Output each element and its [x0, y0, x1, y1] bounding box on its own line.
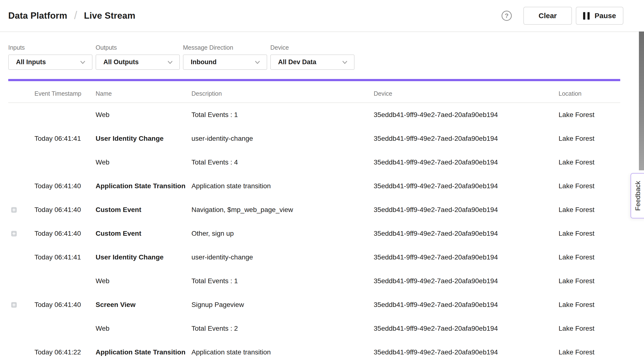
- table-row[interactable]: Today 06:41:22 Application State Transit…: [8, 340, 620, 360]
- outputs-dropdown-value: All Outputs: [103, 58, 138, 66]
- feedback-tab[interactable]: Feedback: [630, 173, 644, 218]
- event-timestamp: Today 06:41:22: [34, 348, 96, 356]
- event-device-id: 35eddb41-9ff9-49e2-7aed-20afa90eb194: [374, 348, 558, 356]
- vertical-scrollbar-thumb[interactable]: [639, 31, 644, 170]
- event-name: Screen View: [96, 301, 192, 309]
- event-name: User Identity Change: [96, 135, 192, 143]
- event-description: Total Events : 4: [192, 159, 374, 166]
- event-device-id: 35eddb41-9ff9-49e2-7aed-20afa90eb194: [374, 230, 558, 237]
- breadcrumb-section[interactable]: Data Platform: [8, 11, 67, 21]
- table-row[interactable]: Today 06:41:40 Custom Event Navigation, …: [8, 198, 620, 222]
- chevron-down-icon: [254, 59, 261, 66]
- table-row[interactable]: Today 06:41:41 User Identity Change user…: [8, 245, 620, 269]
- event-location: Lake Forest: [558, 135, 620, 143]
- event-location: Lake Forest: [558, 111, 620, 119]
- event-device-id: 35eddb41-9ff9-49e2-7aed-20afa90eb194: [374, 253, 558, 261]
- filter-label: Outputs: [96, 44, 180, 51]
- event-timestamp: Today 06:41:41: [34, 135, 96, 143]
- event-location: Lake Forest: [558, 277, 620, 285]
- table-body: Web Total Events : 1 35eddb41-9ff9-49e2-…: [8, 103, 620, 360]
- event-device-id: 35eddb41-9ff9-49e2-7aed-20afa90eb194: [374, 111, 558, 119]
- event-description: Total Events : 1: [192, 277, 374, 285]
- event-device-id: 35eddb41-9ff9-49e2-7aed-20afa90eb194: [374, 301, 558, 309]
- event-location: Lake Forest: [558, 325, 620, 332]
- event-timestamp: Today 06:41:41: [34, 253, 96, 261]
- table-row[interactable]: Today 06:41:40 Custom Event Other, sign …: [8, 222, 620, 245]
- column-event-timestamp: Event Timestamp: [34, 90, 96, 97]
- event-description: Application state transition: [192, 182, 374, 190]
- clear-button-label: Clear: [538, 12, 557, 20]
- chevron-down-icon: [342, 59, 348, 66]
- event-location: Lake Forest: [558, 230, 620, 237]
- event-location: Lake Forest: [558, 348, 620, 356]
- feedback-tab-label: Feedback: [634, 181, 642, 211]
- event-name: Application State Transition: [96, 348, 192, 356]
- message-direction-dropdown[interactable]: Inbound: [183, 54, 267, 70]
- event-location: Lake Forest: [558, 253, 620, 261]
- live-stream-table: Event Timestamp Name Description Device …: [8, 81, 620, 360]
- table-header-row: Event Timestamp Name Description Device …: [8, 81, 620, 103]
- expand-row-button[interactable]: [11, 302, 17, 308]
- event-device-id: 35eddb41-9ff9-49e2-7aed-20afa90eb194: [374, 325, 558, 332]
- event-name: Custom Event: [96, 230, 192, 237]
- filter-label: Inputs: [8, 44, 92, 51]
- accent-divider: [8, 79, 620, 81]
- event-description: Total Events : 1: [192, 111, 374, 119]
- filter-label: Device: [270, 44, 354, 51]
- column-description: Description: [192, 90, 374, 97]
- filter-label: Message Direction: [183, 44, 267, 51]
- event-name: Custom Event: [96, 206, 192, 214]
- table-row[interactable]: Web Total Events : 4 35eddb41-9ff9-49e2-…: [8, 151, 620, 174]
- chevron-down-icon: [167, 59, 174, 66]
- inputs-dropdown[interactable]: All Inputs: [8, 54, 92, 70]
- event-name: User Identity Change: [96, 253, 192, 261]
- device-dropdown-value: All Dev Data: [278, 58, 316, 66]
- column-location: Location: [558, 90, 620, 97]
- event-timestamp: Today 06:41:40: [34, 301, 96, 309]
- device-dropdown[interactable]: All Dev Data: [270, 54, 354, 70]
- filter-bar: Inputs All Inputs Outputs All Outputs Me…: [0, 32, 644, 70]
- chevron-down-icon: [79, 59, 86, 66]
- event-description: user-identity-change: [192, 253, 374, 261]
- table-row[interactable]: Today 06:41:41 User Identity Change user…: [8, 127, 620, 151]
- column-name: Name: [96, 90, 192, 97]
- event-name: Application State Transition: [96, 182, 192, 190]
- event-location: Lake Forest: [558, 206, 620, 214]
- event-timestamp: Today 06:41:40: [34, 230, 96, 237]
- event-name: Web: [96, 159, 192, 166]
- event-name: Web: [96, 277, 192, 285]
- filter-device: Device All Dev Data: [270, 44, 354, 70]
- event-name: Web: [96, 111, 192, 119]
- table-row[interactable]: Web Total Events : 2 35eddb41-9ff9-49e2-…: [8, 317, 620, 340]
- event-device-id: 35eddb41-9ff9-49e2-7aed-20afa90eb194: [374, 159, 558, 166]
- event-description: Application state transition: [192, 348, 374, 356]
- table-row[interactable]: Today 06:41:40 Application State Transit…: [8, 174, 620, 198]
- event-description: user-identity-change: [192, 135, 374, 143]
- event-location: Lake Forest: [558, 182, 620, 190]
- pause-button[interactable]: Pause: [576, 7, 623, 25]
- event-device-id: 35eddb41-9ff9-49e2-7aed-20afa90eb194: [374, 135, 558, 143]
- table-row[interactable]: Today 06:41:40 Screen View Signup Pagevi…: [8, 293, 620, 317]
- expand-row-button[interactable]: [11, 207, 17, 213]
- help-icon[interactable]: ?: [502, 11, 512, 21]
- column-device: Device: [374, 90, 558, 97]
- event-description: Navigation, $mp_web_page_view: [192, 206, 374, 214]
- event-description: Signup Pageview: [192, 301, 374, 309]
- table-row[interactable]: Web Total Events : 1 35eddb41-9ff9-49e2-…: [8, 103, 620, 127]
- filter-inputs: Inputs All Inputs: [8, 44, 92, 70]
- filter-message-direction: Message Direction Inbound: [183, 44, 267, 70]
- breadcrumb-separator: /: [74, 9, 77, 22]
- event-device-id: 35eddb41-9ff9-49e2-7aed-20afa90eb194: [374, 182, 558, 190]
- event-device-id: 35eddb41-9ff9-49e2-7aed-20afa90eb194: [374, 277, 558, 285]
- clear-button[interactable]: Clear: [524, 7, 572, 25]
- pause-icon: [583, 12, 590, 20]
- page-title: Live Stream: [84, 11, 136, 21]
- event-timestamp: Today 06:41:40: [34, 182, 96, 190]
- expand-row-button[interactable]: [11, 231, 17, 236]
- outputs-dropdown[interactable]: All Outputs: [96, 54, 180, 70]
- event-location: Lake Forest: [558, 301, 620, 309]
- filter-outputs: Outputs All Outputs: [96, 44, 180, 70]
- event-device-id: 35eddb41-9ff9-49e2-7aed-20afa90eb194: [374, 206, 558, 214]
- inputs-dropdown-value: All Inputs: [16, 58, 46, 66]
- table-row[interactable]: Web Total Events : 1 35eddb41-9ff9-49e2-…: [8, 269, 620, 293]
